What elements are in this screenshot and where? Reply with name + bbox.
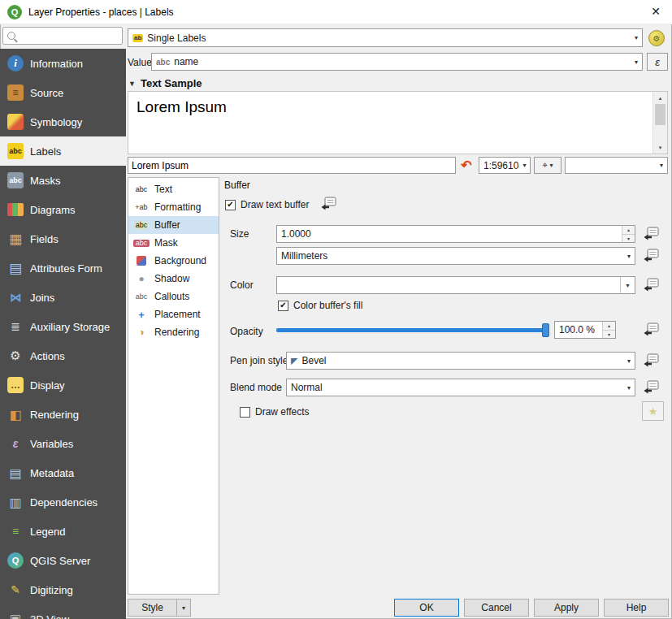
sidebar-item-label: Diagrams xyxy=(30,204,76,216)
data-defined-override-button[interactable] xyxy=(319,196,338,212)
data-defined-override-button[interactable] xyxy=(641,226,661,242)
sidebar-item-joins[interactable]: ⋈Joins xyxy=(0,283,126,312)
source-icon: ≡ xyxy=(7,84,24,101)
spin-up-icon[interactable]: ▴ xyxy=(622,226,635,235)
sidebar-item-legend[interactable]: ≡Legend xyxy=(0,517,126,546)
preview-background-combo[interactable]: ▾ xyxy=(565,157,668,174)
expression-builder-button[interactable]: ε xyxy=(647,53,668,71)
sidebar-item-3d-view[interactable]: ▣3D View xyxy=(0,604,126,619)
sample-text-input[interactable] xyxy=(128,157,456,174)
actions-icon: ⚙ xyxy=(7,348,24,364)
style-menu-button[interactable]: Style ▾ xyxy=(128,599,191,617)
search-input[interactable] xyxy=(20,29,118,42)
checkbox-box[interactable] xyxy=(240,407,250,418)
scrollbar-thumb[interactable] xyxy=(655,104,665,125)
value-label: Value xyxy=(128,57,152,68)
collapse-triangle-icon[interactable]: ▼ xyxy=(128,80,136,88)
tab-text[interactable]: abcText xyxy=(128,180,219,198)
tab-rendering[interactable]: ◑Rendering xyxy=(128,323,219,341)
data-defined-override-button[interactable] xyxy=(641,277,661,293)
cancel-button[interactable]: Cancel xyxy=(464,599,529,617)
map-capture-icon: ⌖ xyxy=(542,160,547,171)
preview-scrollbar[interactable]: ▴ ▾ xyxy=(652,92,667,154)
sidebar-item-source[interactable]: ≡Source xyxy=(0,78,126,107)
sidebar-item-metadata[interactable]: ▤Metadata xyxy=(0,458,126,487)
tab-background[interactable]: Background xyxy=(128,252,219,270)
blend-mode-combo[interactable]: Normal ▾ xyxy=(286,379,635,396)
apply-button[interactable]: Apply xyxy=(534,599,599,617)
opacity-slider[interactable] xyxy=(276,322,549,338)
scale-value: 1:59610 xyxy=(483,160,518,171)
tab-callouts[interactable]: abcCallouts xyxy=(128,288,219,305)
sidebar-item-symbology[interactable]: Symbology xyxy=(0,107,126,136)
automated-placement-settings-button[interactable]: ⚙ xyxy=(647,29,666,47)
masks-icon: abc xyxy=(7,172,24,188)
checkbox-label: Color buffer's fill xyxy=(293,300,362,311)
close-icon[interactable]: ✕ xyxy=(651,5,661,18)
sidebar-item-label: Metadata xyxy=(30,467,74,479)
slider-track[interactable] xyxy=(276,328,549,332)
help-button[interactable]: Help xyxy=(604,599,669,617)
data-defined-icon xyxy=(320,197,336,211)
ok-button[interactable]: OK xyxy=(394,599,459,617)
draw-text-buffer-checkbox[interactable]: ✔ Draw text buffer xyxy=(225,199,309,210)
sidebar-item-rendering[interactable]: ◧Rendering xyxy=(0,400,126,429)
scroll-up-icon[interactable]: ▴ xyxy=(653,92,667,104)
tab-buffer[interactable]: abcBuffer xyxy=(128,216,219,234)
tab-placement[interactable]: +Placement xyxy=(128,305,219,323)
reset-sample-button[interactable]: ↶ xyxy=(457,157,475,174)
rendering-icon: ◧ xyxy=(7,406,24,422)
sidebar-item-variables[interactable]: εVariables xyxy=(0,429,126,458)
sidebar-item-qgis-server[interactable]: QQGIS Server xyxy=(0,546,126,575)
tab-mask[interactable]: abcMask xyxy=(128,234,219,252)
buffer-color-picker[interactable]: ▾ xyxy=(276,276,635,294)
sidebar-item-actions[interactable]: ⚙Actions xyxy=(0,341,126,370)
blend-mode-value: Normal xyxy=(291,382,323,393)
spin-up-icon[interactable]: ▴ xyxy=(603,322,615,331)
sidebar-search[interactable] xyxy=(2,27,123,45)
3d-view-icon: ▣ xyxy=(7,611,24,619)
data-defined-override-button[interactable] xyxy=(641,379,661,396)
chevron-down-icon[interactable]: ▾ xyxy=(620,277,635,293)
opacity-spinbox[interactable]: 100.0 % ▴▾ xyxy=(554,321,616,339)
chevron-down-icon: ▾ xyxy=(660,162,663,169)
sample-scale-combo[interactable]: 1:59610 ▾ xyxy=(479,157,531,174)
slider-handle[interactable] xyxy=(542,323,549,337)
sidebar-item-display[interactable]: …Display xyxy=(0,370,126,400)
titlebar: Q Layer Properties - places | Labels ✕ xyxy=(0,0,672,24)
tab-label: Mask xyxy=(154,237,178,249)
pen-join-style-combo[interactable]: ◤ Bevel ▾ xyxy=(286,352,635,370)
sidebar-item-digitizing[interactable]: ✎Digitizing xyxy=(0,575,126,604)
symbology-icon xyxy=(7,114,24,130)
text-sample-section-header[interactable]: ▼ Text Sample xyxy=(128,77,202,89)
sidebar-item-diagrams[interactable]: Diagrams xyxy=(0,195,126,224)
data-defined-override-button[interactable] xyxy=(641,353,661,369)
scroll-down-icon[interactable]: ▾ xyxy=(653,141,667,154)
spin-down-icon[interactable]: ▾ xyxy=(603,331,615,339)
checkbox-box[interactable]: ✔ xyxy=(225,200,236,210)
style-button-label: Style xyxy=(128,602,176,613)
map-scale-capture-button[interactable]: ⌖ ▾ xyxy=(534,157,561,174)
sidebar-item-attributes-form[interactable]: ▤Attributes Form xyxy=(0,253,126,283)
sidebar-item-fields[interactable]: ▦Fields xyxy=(0,224,126,253)
scrollbar-track[interactable] xyxy=(653,104,667,141)
draw-effects-checkbox[interactable]: Draw effects xyxy=(240,406,309,418)
tab-shadow[interactable]: ●Shadow xyxy=(128,270,219,288)
data-defined-override-button[interactable] xyxy=(641,322,661,338)
color-buffers-fill-checkbox[interactable]: ✔ Color buffer's fill xyxy=(278,300,362,311)
tab-formatting[interactable]: +abFormatting xyxy=(128,198,219,216)
qgis-server-icon: Q xyxy=(7,552,24,569)
sidebar-item-masks[interactable]: abcMasks xyxy=(0,166,126,195)
sidebar-item-labels[interactable]: abcLabels xyxy=(0,136,126,166)
checkbox-box[interactable]: ✔ xyxy=(278,301,288,311)
label-mode-combo[interactable]: ab Single Labels ▾ xyxy=(128,28,643,47)
sidebar-item-information[interactable]: iInformation xyxy=(0,49,126,78)
spin-down-icon[interactable]: ▾ xyxy=(622,235,635,243)
value-field-combo[interactable]: abc name ▾ xyxy=(151,53,643,71)
buffer-units-combo[interactable]: Millimeters ▾ xyxy=(276,247,635,265)
sidebar-item-dependencies[interactable]: ▥Dependencies xyxy=(0,487,126,517)
sidebar-item-auxiliary-storage[interactable]: ≣Auxiliary Storage xyxy=(0,312,126,341)
effects-customize-button[interactable]: ★ xyxy=(642,401,664,421)
buffer-size-spinbox[interactable]: 1.0000 ▴▾ xyxy=(276,225,635,243)
data-defined-override-button[interactable] xyxy=(641,248,661,264)
